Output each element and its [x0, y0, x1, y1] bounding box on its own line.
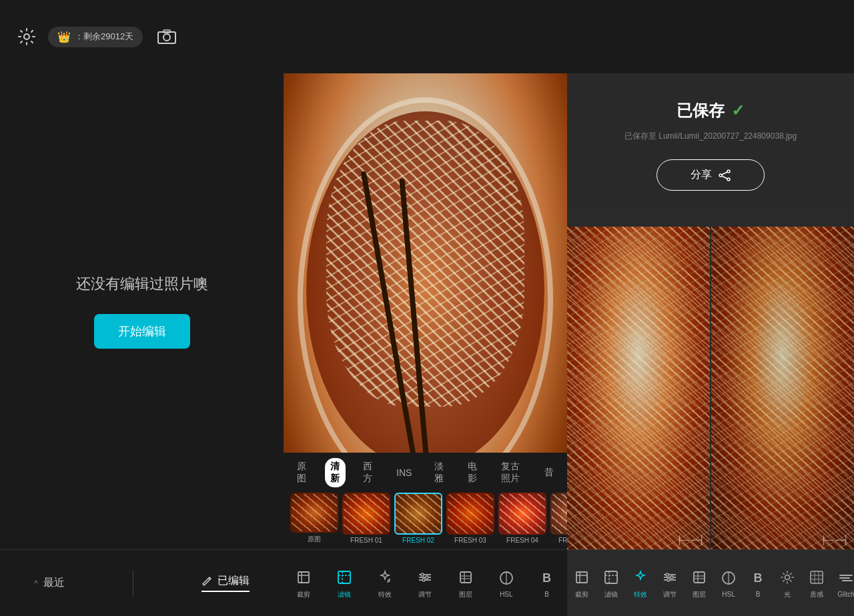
share-button[interactable]: 分享: [657, 159, 765, 191]
filter-fresh04[interactable]: FRESH 04: [498, 493, 546, 544]
recent-tab[interactable]: ^ 最近: [34, 576, 65, 590]
svg-rect-34: [811, 571, 823, 583]
filter-fresh05[interactable]: FRESH 05: [550, 493, 567, 544]
b-icon: B: [537, 568, 557, 588]
texture-label: 质感: [810, 590, 823, 599]
filter-label-fresh01: FRESH 01: [350, 537, 382, 544]
svg-rect-14: [460, 572, 471, 583]
filter-fresh01[interactable]: FRESH 01: [342, 493, 390, 544]
right-effects-label: 特效: [634, 590, 647, 599]
effects-icon: [375, 567, 395, 587]
crown-badge[interactable]: 👑 ：剩余29012天: [48, 27, 143, 47]
tool-hsl[interactable]: HSL: [492, 568, 521, 598]
tool-adjust-label: 调节: [418, 590, 432, 599]
tool-b[interactable]: B B: [532, 568, 562, 598]
right-image-half-1: ⊢⊣: [567, 227, 710, 549]
filter-fresh03[interactable]: FRESH 03: [446, 493, 494, 544]
tool-adjust[interactable]: 调节: [410, 567, 440, 599]
tool-filter[interactable]: 滤镜: [330, 567, 359, 599]
right-tool-adjust[interactable]: 调节: [655, 567, 685, 599]
filter-tab-fresh[interactable]: 清新: [325, 458, 346, 487]
right-tool-light[interactable]: 光: [773, 567, 802, 599]
start-edit-button[interactable]: 开始编辑: [94, 314, 190, 349]
right-hsl-icon: [719, 568, 739, 588]
right-tool-layers[interactable]: 图层: [685, 567, 714, 599]
left-bottom-toolbar: ^ 最近 已编辑: [0, 549, 284, 616]
svg-point-33: [785, 575, 790, 579]
right-layers-label: 图层: [693, 590, 706, 599]
filter-img-fresh01: [342, 493, 390, 535]
svg-point-13: [422, 579, 425, 581]
filter-thumbnail-list: 原图 FRESH 01 FRESH 02 FRESH 03 FRESH 04 F…: [284, 490, 567, 549]
svg-rect-6: [298, 572, 309, 583]
filter-tab-elegant[interactable]: 淡雅: [429, 458, 450, 487]
adjust-icon: [415, 567, 435, 587]
svg-point-11: [421, 573, 424, 576]
filter-img-fresh02: [394, 493, 442, 535]
camera-button[interactable]: [153, 23, 180, 50]
left-panel: 还没有编辑过照片噢 开始编辑: [0, 73, 284, 549]
light-icon: [777, 567, 797, 587]
svg-point-18: [727, 170, 730, 173]
tool-b-label: B: [544, 591, 549, 598]
crown-icon: 👑: [57, 31, 71, 43]
svg-rect-7: [338, 571, 350, 583]
tool-layers[interactable]: 图层: [451, 567, 480, 599]
svg-line-22: [722, 176, 727, 179]
tool-layers-label: 图层: [459, 590, 472, 599]
filter-tab-night[interactable]: 昔: [539, 464, 559, 481]
svg-point-20: [727, 178, 730, 181]
filter-img-fresh03: [446, 493, 494, 535]
filter-original[interactable]: 原图: [290, 493, 338, 544]
right-tool-filter[interactable]: 滤镜: [596, 567, 626, 599]
filter-tab-west[interactable]: 西方: [358, 458, 379, 487]
pencil-icon: [201, 576, 212, 587]
edited-tab[interactable]: 已编辑: [201, 574, 250, 592]
filter-fresh02[interactable]: FRESH 02: [394, 493, 442, 544]
filter-label-fresh02: FRESH 02: [402, 537, 434, 544]
right-tool-glitch[interactable]: Glitch: [831, 568, 854, 598]
right-tool-b[interactable]: B B: [743, 568, 773, 598]
gear-button[interactable]: [13, 23, 40, 50]
filter-bar: 原图 清新 西方 INS 淡雅 电影 复古照片 昔 原图 FRESH 01 FR…: [284, 453, 567, 549]
svg-point-19: [719, 174, 722, 177]
layers-icon: [456, 567, 476, 587]
right-adjust-label: 调节: [663, 590, 677, 599]
right-toolbar: 裁剪 滤镜 特效 调节: [567, 549, 854, 616]
tool-hsl-label: HSL: [500, 591, 512, 598]
filter-img-original: [290, 493, 338, 533]
check-icon: ✓: [731, 101, 745, 120]
right-crop-label: 裁剪: [575, 590, 588, 599]
filter-tab-retro[interactable]: 复古照片: [496, 458, 527, 487]
tool-filter-label: 滤镜: [338, 590, 351, 599]
tool-effects[interactable]: 特效: [370, 567, 400, 599]
right-tool-effects[interactable]: 特效: [626, 567, 655, 599]
right-layers-icon: [689, 567, 709, 587]
crop-icon: [294, 567, 314, 587]
crown-badge-text: ：剩余29012天: [75, 31, 133, 43]
svg-rect-23: [576, 572, 587, 583]
tool-crop[interactable]: 裁剪: [289, 567, 318, 599]
right-tool-hsl[interactable]: HSL: [714, 568, 743, 598]
right-image-half-2: ⊢⊣: [711, 227, 854, 549]
svg-point-29: [671, 576, 673, 579]
glitch-label: Glitch: [837, 591, 854, 598]
tool-effects-label: 特效: [378, 590, 392, 599]
filter-tab-original[interactable]: 原图: [292, 458, 313, 487]
right-hsl-label: HSL: [722, 591, 735, 598]
hsl-icon: [496, 568, 516, 588]
filter-img-fresh04: [498, 493, 546, 535]
svg-point-0: [24, 34, 29, 39]
filter-tab-ins[interactable]: INS: [391, 465, 417, 481]
saved-title: 已保存 ✓: [677, 100, 745, 121]
right-filter-icon: [601, 567, 621, 587]
svg-line-21: [722, 172, 727, 175]
right-b-icon: B: [748, 568, 768, 588]
right-b-label: B: [756, 591, 761, 598]
share-icon: [719, 169, 731, 181]
filter-label-fresh04: FRESH 04: [506, 537, 538, 544]
right-effects-icon: [630, 567, 651, 587]
right-tool-crop[interactable]: 裁剪: [567, 567, 596, 599]
right-tool-texture[interactable]: 质感: [802, 567, 831, 599]
filter-tab-movie[interactable]: 电影: [462, 458, 484, 487]
